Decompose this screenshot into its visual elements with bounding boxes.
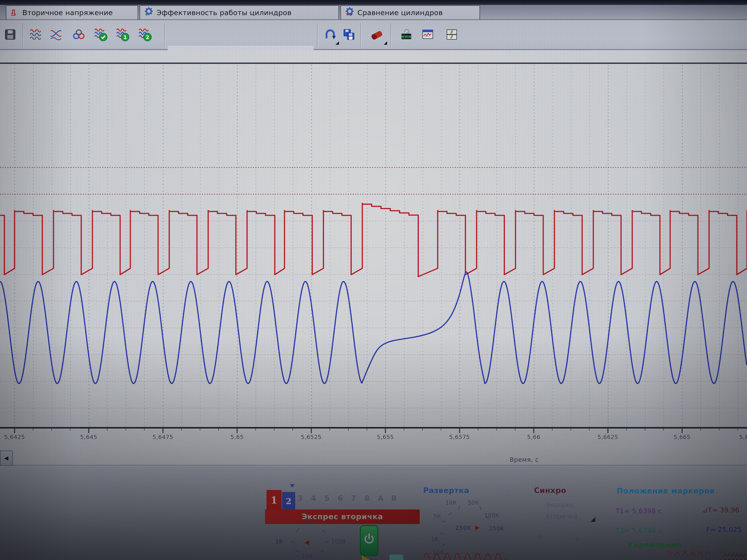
overlay-signals-button[interactable]: [47, 26, 65, 45]
undo-button[interactable]: [321, 26, 339, 45]
sweep-option-5К[interactable]: 5К: [433, 513, 441, 519]
signal-1-button[interactable]: 1: [113, 26, 132, 45]
eraser-dropdown-icon: [384, 41, 387, 45]
x-tick-label: 5,65: [218, 434, 257, 441]
toolbar-separator: [22, 23, 23, 48]
x-tick-label: 5,645: [69, 434, 108, 441]
sine-wave-decoration: [667, 548, 714, 558]
x-tick-label: 5,6525: [292, 434, 331, 441]
x-tick-label: 5,66: [514, 434, 553, 441]
blue-wave-icon: [724, 556, 747, 560]
play-button[interactable]: [362, 555, 372, 560]
oscilloscope-app-window: Вторичное напряжение Эффективность работ…: [0, 0, 747, 560]
mode-banner-label: Экспрес вторичка: [302, 512, 383, 521]
tab-label: Сравнение цилиндров: [357, 9, 443, 17]
sweep-dial-arrow-icon: ▶: [475, 524, 480, 531]
channel-tab-3[interactable]: 3: [298, 494, 303, 503]
marker-t1-readout: T1= 5,6398 с: [616, 507, 662, 515]
sweep-option-250К[interactable]: 250К: [489, 526, 504, 532]
gear-icon: [144, 7, 154, 19]
svg-text:WWW: WWW: [401, 35, 411, 38]
sync-dropdown-icon[interactable]: ◢: [590, 515, 595, 523]
sweep-section-header: Развертка: [423, 486, 469, 495]
undo-dropdown-icon: [336, 41, 339, 45]
tab-label: Вторичное напряжение: [22, 9, 113, 17]
channel-tab-А[interactable]: А: [378, 494, 384, 503]
channel-dropdown-icon[interactable]: [290, 484, 295, 487]
channel-tab-2[interactable]: 2: [282, 492, 295, 510]
svg-text:1: 1: [123, 34, 127, 40]
tab-cylinder-comparison[interactable]: Сравнение цилиндров: [340, 5, 480, 20]
voltage-option-10В[interactable]: 10В: [303, 518, 314, 525]
channel-tab-5[interactable]: 5: [325, 494, 329, 503]
tab-secondary-voltage[interactable]: Вторичное напряжение: [6, 5, 138, 20]
power-button[interactable]: [360, 525, 378, 556]
signal-2-button[interactable]: 2: [136, 26, 154, 45]
toolbar: 1 2 Экспресс ВАГ WWW: [0, 20, 747, 50]
signals-crossed-icon: [50, 28, 62, 43]
sweep-option-50К[interactable]: 50К: [468, 500, 479, 506]
channel-tab-4[interactable]: 4: [311, 494, 316, 503]
x-tick-label-partial: 5,6: [739, 434, 747, 441]
signals-check-icon: [94, 28, 107, 43]
channel-tab-1-active[interactable]: 1: [266, 490, 282, 510]
sweep-option-1К[interactable]: 1К: [431, 536, 438, 542]
marker-t2-readout: T2= 5,6798 с: [616, 527, 662, 534]
www-button[interactable]: WWW: [397, 26, 415, 45]
teal-panel-partial: [389, 554, 404, 560]
toolbar-separator: [360, 23, 361, 48]
oscillogram-window-icon: [421, 28, 434, 43]
erase-button[interactable]: [366, 26, 387, 45]
x-tick-label: 5,665: [663, 434, 702, 441]
save-button[interactable]: [339, 26, 358, 45]
voltage-option-20В[interactable]: 20В: [302, 553, 313, 560]
split-screens-button[interactable]: [442, 26, 461, 45]
signals-1-icon: 1: [116, 28, 129, 43]
x-tick-label: 5,655: [366, 434, 405, 441]
sync-section-header: Синхро: [534, 486, 566, 495]
tab-cylinder-efficiency[interactable]: Эффективность работы цилиндров: [139, 5, 339, 20]
signals-confirm-button[interactable]: [92, 26, 110, 45]
toolbar-separator: [390, 23, 391, 48]
toolbar-separator: [164, 23, 165, 48]
x-tick-label: 5,6425: [0, 434, 34, 441]
sync-mode-value-line2[interactable]: вторичка: [546, 512, 577, 519]
markers-section-header: Положение маркеров: [617, 487, 715, 495]
sync-marker-cross-icon: ✛: [574, 535, 580, 543]
sync-mode-value-line1[interactable]: Экспрес: [546, 501, 574, 508]
x-tick-label: 5,6475: [144, 434, 182, 441]
voltage-option-1В[interactable]: 1В: [275, 539, 283, 545]
signals-icon: [29, 28, 42, 43]
control-section-header: Управление: [627, 540, 681, 549]
channel-tab-8[interactable]: 8: [365, 494, 369, 503]
gear-icon: [345, 7, 355, 19]
channel-tab-В[interactable]: В: [391, 494, 397, 503]
power-icon: [363, 532, 376, 549]
rings-view-button[interactable]: [70, 26, 88, 45]
voltage-option-100В[interactable]: 100В: [331, 539, 346, 545]
eraser-icon: [369, 27, 384, 44]
screen-top-bezel: [0, 0, 747, 5]
oscillogram-plot[interactable]: [0, 50, 747, 466]
sweep-option-10К[interactable]: 10К: [445, 500, 457, 506]
toolbar-separator: [317, 23, 317, 48]
sync-marker-cross-icon: ✛: [537, 533, 543, 541]
sine-wave-decoration: [424, 550, 507, 560]
voltage-dial-arrow-icon: ◀: [305, 539, 309, 546]
save-all-icon: [4, 29, 16, 42]
rings-icon: [73, 28, 85, 43]
marker-dt-readout: ⊿T= 39,96: [702, 506, 747, 514]
split-screens-icon: [446, 28, 458, 43]
scroll-left-button[interactable]: ◀: [0, 451, 12, 466]
red-oscillogram-icon: [10, 7, 20, 18]
save-all-button[interactable]: [1, 26, 20, 45]
svg-text:2: 2: [146, 34, 149, 40]
channel-tab-7[interactable]: 7: [351, 494, 356, 503]
save-icon: [343, 28, 355, 43]
tab-bar: Вторичное напряжение Эффективность работ…: [0, 5, 747, 20]
sweep-current-value: 250К: [455, 525, 472, 531]
show-all-signals-button[interactable]: [26, 26, 45, 45]
mode-banner: Экспрес вторичка: [265, 509, 420, 524]
oscillogram-window-button[interactable]: [418, 26, 437, 45]
channel-tab-6[interactable]: 6: [338, 494, 343, 503]
